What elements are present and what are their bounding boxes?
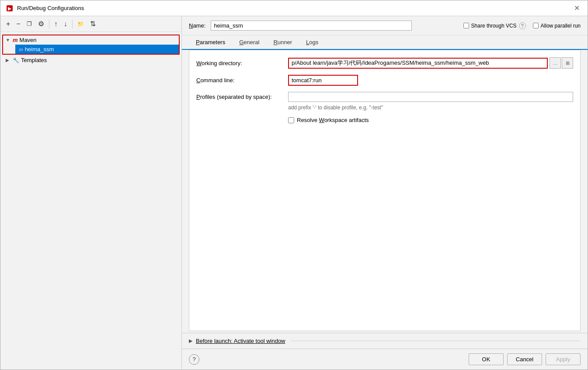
heima-ssm-item[interactable]: m heima_ssm [15,45,179,54]
tab-bar: Parameters General Runner Logs [182,35,588,50]
name-label-text: N [189,22,193,29]
svg-text:▶: ▶ [8,6,12,11]
remove-button[interactable]: − [14,19,22,29]
help-button[interactable]: ? [189,354,199,365]
content-area: + − ❐ ⚙ ↑ ↓ 📁 ⇅ m Maven [0,16,588,370]
app-icon: ▶ [6,4,14,12]
maven-group: m Maven m heima_ssm [2,35,180,55]
folder-button[interactable]: 📁 [75,20,86,28]
maven-expand-icon [6,38,11,42]
title-bar: ▶ Run/Debug Configurations ✕ [0,0,588,16]
add-button[interactable]: + [4,19,12,29]
before-launch-expand-icon[interactable]: ▶ [189,338,192,344]
name-row: Name: Share through VCS ? Allow parallel… [182,16,588,35]
tab-parameters[interactable]: Parameters [189,35,232,49]
templates-label: Templates [21,57,47,63]
tab-general[interactable]: General [232,35,266,49]
templates-expand-icon [6,58,11,63]
share-vcs-checkbox[interactable] [463,23,469,28]
name-label: Name: [189,22,205,29]
toolbar-separator-1 [49,20,49,28]
header-options: Share through VCS ? Allow parallel run [463,22,581,29]
cancel-button[interactable]: Cancel [507,353,542,365]
profiles-hint: add prefix '-' to disable profile, e.g. … [288,105,573,111]
command-line-label: Command line: [196,77,288,84]
move-up-button[interactable]: ↑ [52,19,60,29]
heima-ssm-maven-icon: m [19,47,23,52]
apply-button[interactable]: Apply [546,353,581,365]
before-launch-bar: ▶ Before launch: Activate tool window [182,333,588,349]
before-launch-separator [291,341,581,341]
name-label-rest: ame: [193,22,205,29]
move-down-button[interactable]: ↓ [62,19,70,29]
copy-button[interactable]: ❐ [24,19,34,28]
dialog-title: Run/Debug Configurations [17,5,84,11]
close-button[interactable]: ✕ [571,3,582,13]
working-dir-row: Working directory: … ⊞ [196,57,573,69]
allow-parallel-row: Allow parallel run [533,23,581,29]
maven-icon: m [13,37,18,43]
dir-browse-btn[interactable]: … [550,57,561,69]
share-vcs-help-icon: ? [519,22,526,29]
tab-runner[interactable]: Runner [266,35,299,49]
ok-button[interactable]: OK [469,353,504,365]
allow-parallel-checkbox[interactable] [533,23,539,28]
left-panel: + − ❐ ⚙ ↑ ↓ 📁 ⇅ m Maven [0,16,182,370]
resolve-workspace-checkbox[interactable] [288,117,294,123]
profiles-row: Profiles (separated by space): [196,92,573,102]
command-line-row: Command line: [196,75,573,86]
resolve-workspace-row: Resolve Workspace artifacts [196,117,573,123]
share-vcs-label: Share through VCS [471,23,517,29]
templates-item[interactable]: 🔧 Templates [0,56,181,65]
maven-label: Maven [20,37,37,43]
share-vcs-row: Share through VCS ? [463,22,526,29]
profiles-input[interactable] [288,92,573,102]
title-bar-left: ▶ Run/Debug Configurations [6,4,84,12]
before-launch-label: Before launch: Activate tool window [196,338,285,344]
profiles-label: Profiles (separated by space): [196,94,288,100]
tab-logs[interactable]: Logs [299,35,325,49]
dir-macro-btn[interactable]: ⊞ [562,57,573,69]
resolve-workspace-text: Resolve Workspace artifacts [297,117,369,123]
name-input[interactable] [211,21,412,31]
dir-buttons: … ⊞ [550,57,573,69]
form-area: Working directory: … ⊞ Command line: [189,50,581,331]
maven-children: m heima_ssm [3,45,179,54]
bottom-bar: ? OK Cancel Apply [182,349,588,370]
right-panel: Name: Share through VCS ? Allow parallel… [182,16,588,370]
wrench-icon: 🔧 [13,57,19,63]
run-debug-dialog: ▶ Run/Debug Configurations ✕ + − ❐ ⚙ ↑ ↓… [0,0,588,370]
tree-area: m Maven m heima_ssm 🔧 Template [0,32,181,370]
command-line-input[interactable] [288,75,358,86]
toolbar: + − ❐ ⚙ ↑ ↓ 📁 ⇅ [0,16,181,32]
sort-button[interactable]: ⇅ [88,18,98,29]
maven-group-header[interactable]: m Maven [3,35,179,45]
heima-ssm-label: heima_ssm [25,46,54,52]
resolve-workspace-label[interactable]: Resolve Workspace artifacts [288,117,369,123]
working-dir-label: Working directory: [196,60,288,66]
settings-button[interactable]: ⚙ [36,18,46,29]
working-dir-input[interactable] [289,59,547,68]
toolbar-separator-2 [72,20,73,28]
allow-parallel-label: Allow parallel run [541,23,581,29]
